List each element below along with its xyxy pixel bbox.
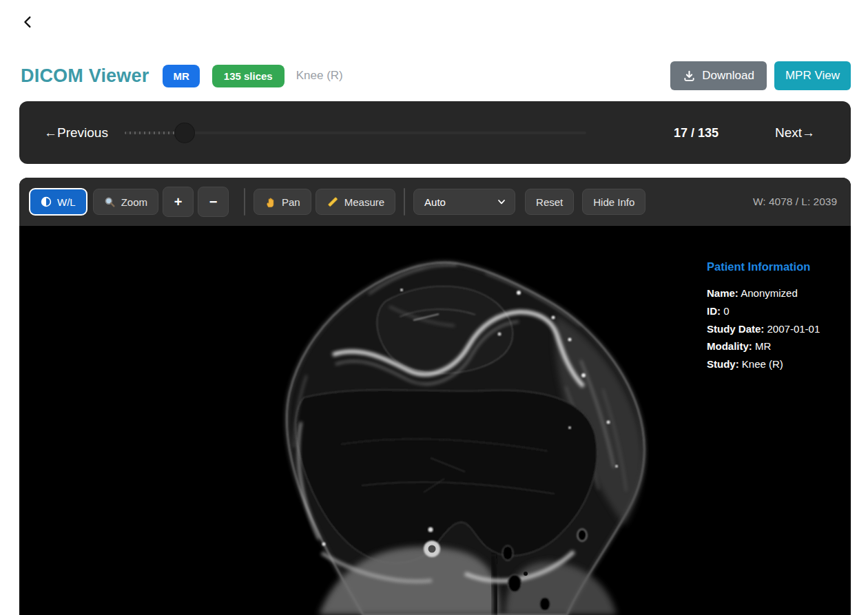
window-level-tool-button[interactable]: W/L (29, 188, 87, 216)
pan-tool-button[interactable]: Pan (254, 189, 311, 215)
header: DICOM Viewer MR 135 slices Knee (R) Down… (21, 59, 851, 92)
download-button-label: Download (702, 69, 754, 83)
window-preset-selected: Auto (424, 196, 446, 208)
window-level-readout: W: 4078 / L: 2039 (753, 196, 841, 208)
patient-info-title: Patient Information (707, 260, 851, 273)
chevron-down-icon (497, 197, 506, 207)
patient-id-value: 0 (723, 305, 729, 317)
previous-slice-button[interactable]: ←Previous (44, 125, 108, 140)
window-level-tool-label: W/L (57, 196, 76, 208)
download-icon (683, 70, 696, 83)
mpr-view-button-label: MPR View (785, 69, 840, 82)
dicom-viewer-page: DICOM Viewer MR 135 slices Knee (R) Down… (0, 0, 868, 615)
measure-tool-button[interactable]: Measure (316, 189, 395, 215)
hide-info-button[interactable]: Hide Info (582, 189, 645, 215)
patient-name-value: Anonymized (741, 287, 798, 299)
modality-badge: MR (163, 65, 199, 87)
zoom-out-button[interactable]: − (198, 187, 229, 217)
contrast-icon (41, 196, 52, 207)
slice-slider[interactable] (125, 123, 586, 143)
reset-button[interactable]: Reset (525, 189, 574, 215)
zoom-tool-button[interactable]: Zoom (93, 189, 158, 215)
window-preset-select[interactable]: Auto (413, 189, 515, 215)
study-label: Study: (707, 358, 739, 370)
zoom-tool-label: Zoom (121, 196, 147, 208)
study-date-value: 2007-01-01 (767, 323, 820, 335)
mpr-view-button[interactable]: MPR View (774, 61, 851, 90)
slice-counter: 17 / 135 (674, 125, 719, 140)
study-date-row: Study Date: 2007-01-01 (707, 320, 851, 338)
patient-id-label: ID: (707, 305, 721, 317)
patient-name-row: Name: Anonymized (707, 284, 851, 302)
hand-icon (265, 196, 276, 208)
slice-slider-thumb[interactable] (175, 123, 194, 143)
toolbar-separator (404, 188, 405, 216)
zoom-in-button[interactable]: + (163, 187, 194, 217)
patient-name-label: Name: (707, 287, 738, 299)
study-value: Knee (R) (742, 358, 783, 370)
magnifier-icon (104, 196, 116, 208)
modality-label: Modality: (707, 340, 752, 352)
study-label: Knee (R) (296, 69, 343, 83)
study-row: Study: Knee (R) (707, 355, 851, 373)
download-button[interactable]: Download (670, 61, 767, 90)
patient-info-overlay: Patient Information Name: Anonymized ID:… (707, 260, 851, 373)
patient-id-row: ID: 0 (707, 302, 851, 320)
pan-tool-label: Pan (282, 196, 300, 208)
slice-navigation-bar: ←Previous 17 / 135 Next→ (19, 101, 851, 164)
page-title: DICOM Viewer (21, 65, 149, 87)
mri-slice-image (258, 251, 651, 615)
modality-value: MR (755, 340, 771, 352)
slices-badge: 135 slices (212, 65, 285, 87)
modality-row: Modality: MR (707, 337, 851, 355)
back-button[interactable] (19, 14, 37, 32)
chevron-left-icon (21, 14, 36, 32)
toolbar-separator (244, 188, 245, 216)
measure-tool-label: Measure (344, 196, 384, 208)
dicom-image-canvas[interactable]: Patient Information Name: Anonymized ID:… (19, 226, 851, 615)
viewer-panel: W/L Zoom + − Pan (19, 178, 851, 615)
viewer-toolbar: W/L Zoom + − Pan (19, 178, 851, 226)
study-date-label: Study Date: (707, 323, 764, 335)
next-slice-button[interactable]: Next→ (775, 125, 815, 140)
ruler-icon (327, 196, 339, 208)
